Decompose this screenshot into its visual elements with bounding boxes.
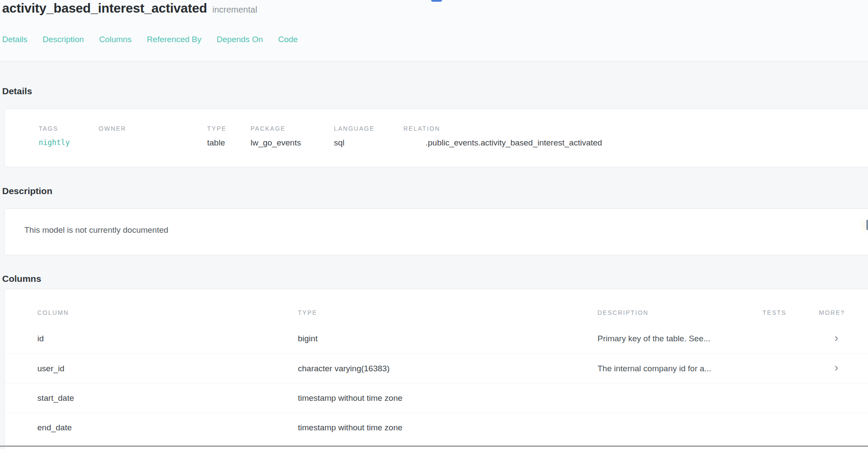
table-row-end-date[interactable]: end_date timestamp without time zone: [5, 413, 868, 442]
section-nav-tabs: Details Description Columns Referenced B…: [2, 35, 298, 44]
column-description: Primary key of the table. See...: [597, 334, 762, 343]
language-label: LANGUAGE: [334, 125, 403, 132]
language-value: sql: [334, 138, 403, 148]
column-type: bigint: [298, 334, 597, 343]
column-header-type: TYPE: [298, 309, 597, 316]
page-title: activity_based_interest_activated: [2, 1, 207, 16]
tab-columns[interactable]: Columns: [99, 35, 132, 44]
bottom-scrollbar-line: [0, 446, 868, 447]
tags-label: TAGS: [39, 125, 99, 132]
column-header-more: MORE?: [819, 309, 854, 316]
details-section-heading: Details: [2, 86, 32, 96]
column-type: timestamp without time zone: [298, 393, 597, 403]
column-name: start_date: [37, 393, 298, 403]
column-description: The internal company id for a...: [597, 364, 762, 373]
model-title-row: activity_based_interest_activated increm…: [2, 1, 257, 16]
tab-depends-on[interactable]: Depends On: [217, 35, 263, 44]
type-value: table: [207, 138, 251, 148]
field-language: LANGUAGE sql: [334, 125, 403, 148]
column-name: end_date: [37, 423, 298, 432]
tab-code[interactable]: Code: [278, 35, 297, 44]
field-type: TYPE table: [207, 125, 251, 148]
tab-description[interactable]: Description: [43, 35, 84, 44]
table-row-user-id[interactable]: user_id character varying(16383) The int…: [5, 353, 868, 383]
chevron-right-icon[interactable]: ›: [835, 334, 838, 342]
page-header: activity_based_interest_activated increm…: [0, 0, 868, 62]
columns-table-header-row: COLUMN TYPE DESCRIPTION TESTS MORE?: [5, 309, 868, 324]
package-label: PACKAGE: [251, 125, 334, 132]
type-label: TYPE: [207, 125, 251, 132]
field-owner: OWNER: [99, 125, 207, 148]
column-header-column: COLUMN: [37, 309, 298, 316]
cutoff-right-edge-element: [866, 220, 868, 230]
columns-section-heading: Columns: [2, 274, 41, 284]
tab-referenced-by[interactable]: Referenced By: [147, 35, 201, 44]
materialization-badge: incremental: [212, 5, 257, 15]
column-name: user_id: [37, 364, 298, 373]
columns-table: COLUMN TYPE DESCRIPTION TESTS MORE? id b…: [5, 289, 868, 442]
tab-details[interactable]: Details: [2, 35, 27, 44]
column-type: timestamp without time zone: [298, 423, 597, 432]
description-text: This model is not currently documented: [5, 209, 868, 235]
field-package: PACKAGE lw_go_events: [251, 125, 334, 148]
column-name: id: [37, 334, 298, 343]
field-relation: RELATION .public_events.activity_based_i…: [403, 125, 868, 148]
tag-nightly-link[interactable]: nightly: [39, 138, 99, 147]
table-row-id[interactable]: id bigint Primary key of the table. See.…: [5, 324, 868, 353]
chevron-right-icon[interactable]: ›: [835, 363, 838, 371]
relation-label: RELATION: [403, 125, 868, 132]
column-type: character varying(16383): [298, 364, 597, 373]
column-header-description: DESCRIPTION: [597, 309, 762, 316]
cutoff-top-blue-element: [431, 0, 442, 2]
description-card: This model is not currently documented: [4, 208, 868, 255]
table-row-start-date[interactable]: start_date timestamp without time zone: [5, 383, 868, 413]
details-fields-row: TAGS nightly OWNER TYPE table PACKAGE lw…: [5, 109, 868, 148]
columns-card: COLUMN TYPE DESCRIPTION TESTS MORE? id b…: [4, 289, 868, 449]
details-card: TAGS nightly OWNER TYPE table PACKAGE lw…: [4, 109, 868, 167]
relation-value: .public_events.activity_based_interest_a…: [403, 138, 868, 148]
field-tags: TAGS nightly: [39, 125, 99, 148]
package-value: lw_go_events: [251, 138, 334, 148]
owner-label: OWNER: [99, 125, 207, 132]
description-section-heading: Description: [2, 186, 53, 196]
column-header-tests: TESTS: [762, 309, 819, 316]
